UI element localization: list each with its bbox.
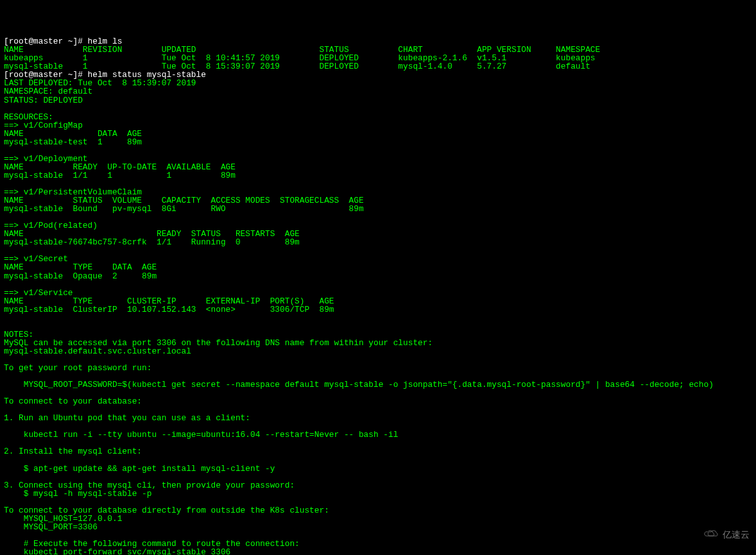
terminal-line: STATUS: DEPLOYED bbox=[4, 96, 752, 105]
terminal-line: NAME TYPE CLUSTER-IP EXTERNAL-IP PORT(S)… bbox=[4, 297, 752, 305]
terminal-line bbox=[4, 246, 752, 255]
terminal-line: NAMESPACE: default bbox=[4, 87, 752, 96]
terminal-line: To get your root password run: bbox=[4, 364, 752, 372]
terminal-line: mysql-stable-76674bc757-8crfk 1/1 Runnin… bbox=[4, 238, 752, 246]
terminal-line: 2. Install the mysql client: bbox=[4, 447, 752, 456]
watermark-text: 亿速云 bbox=[723, 530, 750, 539]
terminal-line: 1. Run an Ubuntu pod that you can use as… bbox=[4, 414, 752, 422]
terminal-line: MYSQL_ROOT_PASSWORD=$(kubectl get secret… bbox=[4, 380, 752, 389]
terminal-line bbox=[4, 146, 752, 155]
terminal-line: MYSQL_HOST=127.0.0.1 bbox=[4, 515, 752, 523]
terminal-line: mysql-stable 1/1 1 1 89m bbox=[4, 171, 752, 180]
terminal-line: $ mysql -h mysql-stable -p bbox=[4, 490, 752, 498]
terminal-line bbox=[4, 213, 752, 221]
terminal-line bbox=[4, 280, 752, 289]
terminal-line: NOTES: bbox=[4, 330, 752, 339]
terminal-line: MySQL can be accessed via port 3306 on t… bbox=[4, 339, 752, 347]
terminal-line: NAME READY UP-TO-DATE AVAILABLE AGE bbox=[4, 163, 752, 171]
terminal-line bbox=[4, 498, 752, 506]
terminal-line bbox=[4, 322, 752, 330]
terminal-line: kubectl run -i --tty ubuntu --image=ubun… bbox=[4, 431, 752, 439]
terminal-line: NAME DATA AGE bbox=[4, 130, 752, 138]
terminal-line bbox=[4, 314, 752, 322]
terminal-line: NAME TYPE DATA AGE bbox=[4, 263, 752, 271]
watermark-badge: 亿速云 bbox=[692, 520, 750, 550]
terminal-output: [root@master ~]# helm lsNAME REVISION UP… bbox=[4, 37, 752, 555]
terminal-line: ==> v1/ConfigMap bbox=[4, 121, 752, 130]
terminal-line: ==> v1/Service bbox=[4, 289, 752, 297]
terminal-line: mysql-stable.default.svc.cluster.local bbox=[4, 347, 752, 355]
terminal-line bbox=[4, 105, 752, 113]
terminal-line: RESOURCES: bbox=[4, 113, 752, 121]
terminal-line: $ apt-get update && apt-get install mysq… bbox=[4, 465, 752, 473]
terminal-line: mysql-stable ClusterIP 10.107.152.143 <n… bbox=[4, 305, 752, 314]
terminal-line: kubectl port-forward svc/mysql-stable 33… bbox=[4, 548, 752, 555]
terminal-line bbox=[4, 456, 752, 465]
cloud-icon bbox=[692, 520, 719, 550]
terminal-line bbox=[4, 473, 752, 481]
terminal-line: mysql-stable Opaque 2 89m bbox=[4, 272, 752, 280]
terminal-line: LAST DEPLOYED: Tue Oct 8 15:39:07 2019 bbox=[4, 79, 752, 87]
terminal-line: ==> v1/Deployment bbox=[4, 155, 752, 163]
terminal-line: MYSQL_PORT=3306 bbox=[4, 523, 752, 531]
terminal-line: To connect to your database: bbox=[4, 397, 752, 406]
terminal-line: mysql-stable-test 1 89m bbox=[4, 138, 752, 146]
terminal-line: mysql-stable Bound pv-mysql 8Gi RWO 89m bbox=[4, 205, 752, 213]
terminal-line: 3. Connect using the mysql cli, then pro… bbox=[4, 481, 752, 490]
terminal-line: To connect to your database directly fro… bbox=[4, 506, 752, 515]
